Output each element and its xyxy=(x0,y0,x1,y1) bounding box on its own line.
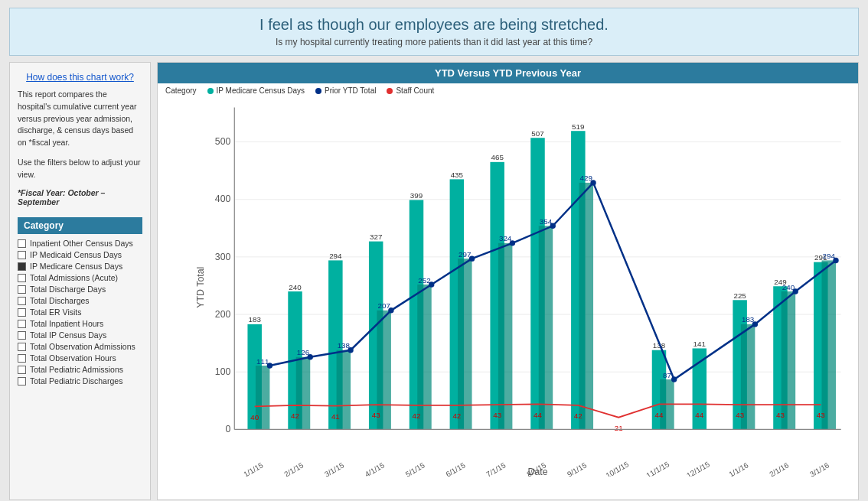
svg-text:507: 507 xyxy=(531,129,543,138)
svg-text:1/1/15: 1/1/15 xyxy=(242,460,265,477)
main-container: I feel as though our employees are being… xyxy=(0,0,868,501)
category-item[interactable]: Total Pediatric Discharges xyxy=(18,376,142,386)
svg-text:200: 200 xyxy=(215,309,231,320)
legend-ip-medicare: IP Medicare Census Days xyxy=(207,86,305,95)
svg-text:111: 111 xyxy=(256,357,269,366)
svg-rect-51 xyxy=(458,259,472,429)
category-label: IP Medicaid Census Days xyxy=(30,250,122,259)
legend-category-label: Category xyxy=(165,86,197,95)
svg-text:252: 252 xyxy=(418,275,430,284)
category-label: Total IP Census Days xyxy=(30,330,106,340)
svg-text:435: 435 xyxy=(451,171,464,179)
svg-text:6/1/15: 6/1/15 xyxy=(445,460,468,477)
svg-text:43: 43 xyxy=(817,411,825,419)
fiscal-note: *Fiscal Year: October – September xyxy=(18,188,142,207)
svg-text:44: 44 xyxy=(655,411,664,419)
category-label: Total Observation Hours xyxy=(30,353,116,363)
svg-point-72 xyxy=(469,255,475,261)
svg-point-73 xyxy=(510,240,515,246)
svg-text:12/1/15: 12/1/15 xyxy=(685,460,711,477)
svg-text:294: 294 xyxy=(329,252,342,260)
svg-rect-53 xyxy=(498,243,512,430)
svg-text:43: 43 xyxy=(493,411,501,419)
chart-title: YTD Versus YTD Previous Year xyxy=(158,63,858,83)
fiscal-note-label: *Fiscal Year xyxy=(18,188,63,197)
category-label: Total Inpatient Hours xyxy=(30,319,103,328)
svg-text:207: 207 xyxy=(377,301,390,310)
use-filters-text: Use the filters below to adjust your vie… xyxy=(18,157,142,181)
category-checkbox[interactable] xyxy=(18,274,26,282)
category-item[interactable]: Total Observation Admissions xyxy=(18,342,142,351)
svg-text:43: 43 xyxy=(372,411,380,419)
category-item[interactable]: IP Medicare Census Days xyxy=(18,262,142,271)
svg-text:100: 100 xyxy=(215,366,231,377)
svg-text:0: 0 xyxy=(226,424,231,434)
category-item[interactable]: Inpatient Other Census Days xyxy=(18,239,142,248)
category-checkbox[interactable] xyxy=(18,239,26,248)
svg-text:399: 399 xyxy=(410,191,423,200)
svg-rect-57 xyxy=(579,183,593,430)
category-item[interactable]: Total Pediatric Admissions xyxy=(18,365,142,374)
category-label: Total Discharge Days xyxy=(30,285,106,294)
category-checkbox[interactable] xyxy=(18,366,26,374)
svg-text:87: 87 xyxy=(663,371,671,379)
category-item[interactable]: Total Observation Hours xyxy=(18,353,142,363)
category-label: Total Discharges xyxy=(30,296,90,305)
svg-rect-65 xyxy=(822,260,836,429)
category-label: Total Pediatric Admissions xyxy=(30,365,123,374)
category-list: Inpatient Other Census DaysIP Medicaid C… xyxy=(18,239,142,386)
category-checkbox[interactable] xyxy=(18,285,26,294)
category-label: Total Observation Admissions xyxy=(30,342,135,351)
svg-text:327: 327 xyxy=(370,233,382,241)
category-item[interactable]: IP Medicaid Census Days xyxy=(18,250,142,259)
svg-point-68 xyxy=(308,354,313,359)
legend-label-ip-medicare: IP Medicare Census Days xyxy=(217,86,305,95)
category-item[interactable]: Total Discharges xyxy=(18,296,142,305)
svg-text:354: 354 xyxy=(540,217,553,226)
svg-text:324: 324 xyxy=(499,234,512,242)
category-checkbox[interactable] xyxy=(18,331,26,340)
svg-text:3/1/16: 3/1/16 xyxy=(808,460,831,477)
legend-prior-ytd: Prior YTD Total xyxy=(315,86,376,95)
category-checkbox[interactable] xyxy=(18,377,26,386)
svg-text:141: 141 xyxy=(693,340,706,348)
legend-staff-count: Staff Count xyxy=(387,86,434,95)
svg-text:2/1/15: 2/1/15 xyxy=(282,460,305,477)
svg-rect-55 xyxy=(539,226,553,429)
svg-point-76 xyxy=(671,376,677,382)
svg-text:9/1/15: 9/1/15 xyxy=(566,460,589,477)
category-checkbox[interactable] xyxy=(18,262,26,271)
svg-text:42: 42 xyxy=(413,412,421,420)
svg-text:1/1/16: 1/1/16 xyxy=(727,460,750,477)
svg-text:41: 41 xyxy=(331,412,340,421)
svg-text:42: 42 xyxy=(574,412,582,420)
svg-text:11/1/15: 11/1/15 xyxy=(644,460,671,477)
chart-panel: YTD Versus YTD Previous Year Category IP… xyxy=(157,62,859,500)
how-chart-works-link[interactable]: How does this chart work? xyxy=(18,72,142,83)
category-item[interactable]: Total IP Census Days xyxy=(18,330,142,340)
svg-rect-49 xyxy=(417,285,431,429)
category-checkbox[interactable] xyxy=(18,320,26,328)
svg-text:42: 42 xyxy=(452,412,461,420)
svg-text:465: 465 xyxy=(491,153,504,161)
header-title: I feel as though our employees are being… xyxy=(25,16,843,34)
category-item[interactable]: Total Inpatient Hours xyxy=(18,319,142,328)
svg-text:294: 294 xyxy=(823,252,836,260)
chart-svg: 0100200300400500YTD Total183240294327399… xyxy=(192,98,850,477)
category-item[interactable]: Total Discharge Days xyxy=(18,285,142,294)
category-checkbox[interactable] xyxy=(18,343,26,351)
svg-point-70 xyxy=(388,307,393,313)
svg-point-77 xyxy=(752,321,758,327)
svg-text:5/1/15: 5/1/15 xyxy=(404,460,427,477)
category-checkbox[interactable] xyxy=(18,308,26,317)
svg-text:138: 138 xyxy=(338,341,351,350)
category-checkbox[interactable] xyxy=(18,251,26,259)
category-checkbox[interactable] xyxy=(18,354,26,363)
legend-dot-ip-medicare xyxy=(207,88,214,94)
category-item[interactable]: Total Admissions (Acute) xyxy=(18,273,142,282)
category-item[interactable]: Total ER Visits xyxy=(18,307,142,317)
category-checkbox[interactable] xyxy=(18,297,26,305)
svg-text:Date: Date xyxy=(528,467,548,477)
header-banner: I feel as though our employees are being… xyxy=(9,8,859,56)
svg-point-78 xyxy=(793,288,798,294)
